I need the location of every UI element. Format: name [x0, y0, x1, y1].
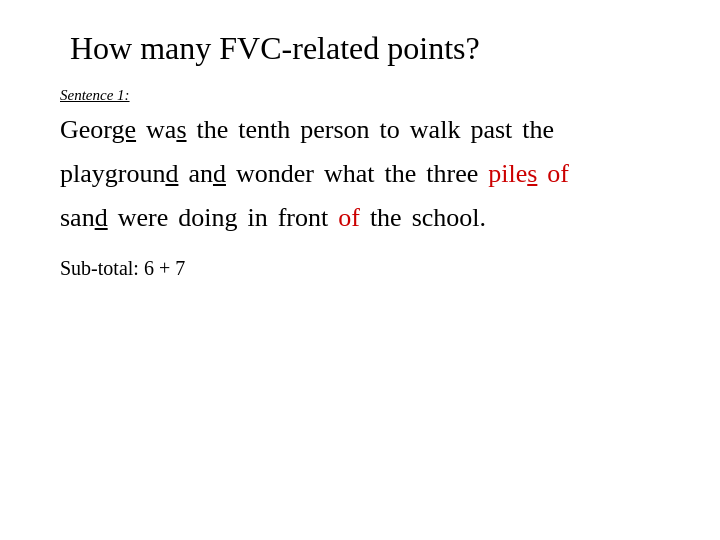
word-doing: doing	[178, 196, 237, 240]
word-george: George	[60, 108, 136, 152]
word-wonder: wonder	[236, 152, 314, 196]
word-to: to	[380, 108, 400, 152]
sentence-block: Sentence 1: George was the tenth person …	[60, 87, 660, 241]
word-sand: sand	[60, 196, 108, 240]
word-in: in	[247, 196, 267, 240]
word-three: three	[426, 152, 478, 196]
page: How many FVC-related points? Sentence 1:…	[0, 0, 720, 540]
line-1: George was the tenth person to walk past…	[60, 108, 660, 152]
line-3: sand were doing in front of the school.	[60, 196, 660, 240]
word-tenth: tenth	[238, 108, 290, 152]
word-of2: of	[338, 196, 360, 240]
word-was: was	[146, 108, 186, 152]
word-what: what	[324, 152, 375, 196]
word-front: front	[278, 196, 329, 240]
sentence-label: Sentence 1:	[60, 87, 660, 104]
word-the4: the	[370, 196, 402, 240]
subtotal: Sub-total: 6 + 7	[60, 257, 660, 280]
word-piles: piles	[488, 152, 537, 196]
page-title: How many FVC-related points?	[70, 30, 660, 67]
word-of1: of	[547, 152, 569, 196]
word-walk: walk	[410, 108, 461, 152]
word-the1: the	[197, 108, 229, 152]
word-and: and	[188, 152, 226, 196]
word-the3: the	[385, 152, 417, 196]
word-person: person	[300, 108, 369, 152]
word-the2: the	[522, 108, 554, 152]
line-2: playground and wonder what the three pil…	[60, 152, 660, 196]
word-playground: playground	[60, 152, 178, 196]
word-school: school.	[412, 196, 486, 240]
word-were: were	[118, 196, 169, 240]
word-past: past	[470, 108, 512, 152]
